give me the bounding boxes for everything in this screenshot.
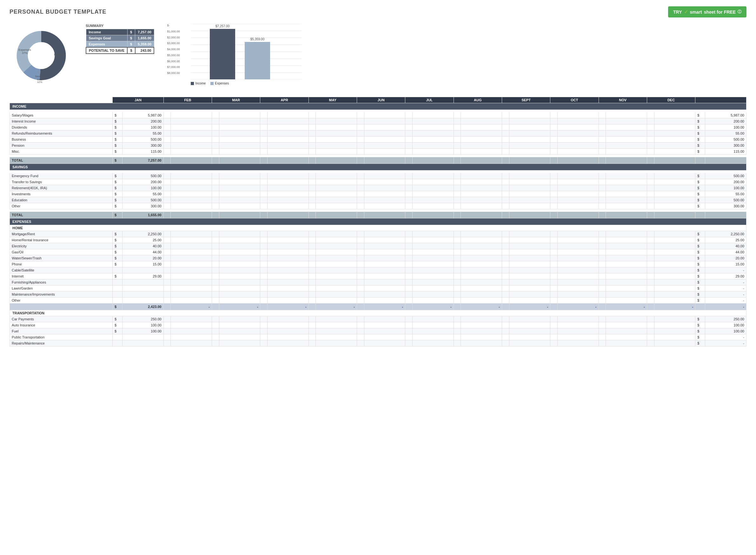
expenses-label: EXPENSES [10,218,747,225]
savings-investments-row: Investments $ 55.00 $ 55.00 [10,191,747,197]
income-refunds-row: Refunds/Reimbursements $ 55.00 $ 55.00 [10,130,747,136]
expense-water-row: Water/Sewer/Trash $ 20.00 $ 20.00 [10,255,747,261]
col-jun: JUN [357,97,405,103]
expense-maintenance-row: Maintenance/Improvements $ - [10,292,747,298]
savings-emergency-row: Emergency Fund $ 500.00 $ 500.00 [10,173,747,179]
svg-text:Expenses: Expenses [18,48,31,51]
car-payments-label: Car Payments [10,316,113,322]
income-pension-row: Pension $ 300.00 $ 300.00 [10,142,747,148]
expense-cable-row: Cable/Satellite $ - [10,267,747,273]
savings-total-row: TOTAL $ 1,655.00 [10,212,747,218]
col-sept: SEPT [502,97,550,103]
legend-expenses: Expenses [211,82,229,85]
income-total-row: TOTAL $ 7,257.00 [10,157,747,164]
internet-label: Internet [10,273,113,280]
svg-text:$5,359.00: $5,359.00 [251,38,265,41]
repairs-label: Repairs/Maintenance [10,340,113,346]
income-interest-row: Interest Income $ 200.00 $ 200.00 [10,119,747,124]
dividends-label: Dividends [10,124,113,130]
interest-income-label: Interest Income [10,119,113,124]
svg-rect-18 [245,42,270,79]
expense-furnishing-row: Furnishing/Appliances $ - [10,280,747,286]
cable-label: Cable/Satellite [10,267,113,273]
col-nov: NOV [598,97,647,103]
expense-gasoil-row: Gas/Oil $ 44.00 $ 44.00 [10,249,747,255]
summary-expenses-symbol: $ [127,41,135,48]
page-title: PERSONAL BUDGET TEMPLATE [9,9,106,15]
education-label: Education [10,197,113,203]
expense-publictransport-row: Public Transportation $ - [10,334,747,340]
summary-income-symbol: $ [127,29,135,35]
svg-text:Income: Income [54,53,63,56]
investments-label: Investments [10,191,113,197]
savings-section-header: SAVINGS [10,164,747,171]
transport-subsection-header: TRANSPORTATION [10,310,747,316]
bar-chart: $8,000.00 $7,000.00 $6,000.00 $5,000.00 … [167,24,747,79]
expense-lawn-row: Lawn/Garden $ - [10,286,747,292]
income-section-header: INCOME [10,103,747,110]
savings-label: SAVINGS [10,164,747,171]
expenses-section-header: EXPENSES [10,218,747,225]
savings-other-label: Other [10,203,113,209]
summary-expenses-label: Expenses [86,41,127,48]
electricity-label: Electricity [10,243,113,249]
income-salary-row: Salary/Wages $ 5,987.00 $ 5,987.00 [10,113,747,119]
col-may: MAY [309,97,357,103]
summary-table: SUMMARY Income $ 7,257.00 Savings Goal $… [86,24,154,54]
home-subtotal-row: $ 2,423.00 - - - - - - - - - [10,303,747,310]
summary-expenses-value: 5,359.00 [135,41,154,48]
pension-label: Pension [10,142,113,148]
income-pct: 51% [56,56,61,59]
savings-pct: 12% [37,81,42,84]
summary-potential-value: 243.00 [135,47,154,54]
business-label: Business [10,136,113,142]
col-apr: APR [260,97,309,103]
refunds-label: Refunds/Reimbursements [10,130,113,136]
y-axis: $8,000.00 $7,000.00 $6,000.00 $5,000.00 … [167,24,181,75]
savings-education-row: Education $ 500.00 $ 500.00 [10,197,747,203]
donut-chart: Expenses 37% Income 51% Savings Goal 12% [9,24,73,87]
expense-autoinsurance-row: Auto Insurance $ 100.00 $ 100.00 [10,322,747,328]
summary-area: Expenses 37% Income 51% Savings Goal 12%… [9,24,747,87]
col-dec: DEC [647,97,695,103]
income-label: INCOME [10,103,747,110]
transport-label: TRANSPORTATION [10,310,747,316]
expense-repairs-row: Repairs/Maintenance $ - [10,340,747,346]
auto-insurance-label: Auto Insurance [10,322,113,328]
expense-fuel-row: Fuel $ 100.00 $ 100.00 [10,328,747,334]
col-feb: FEB [164,97,212,103]
income-business-row: Business $ 500.00 $ 500.00 [10,136,747,142]
retirement-label: Retirement(401K, IRA) [10,185,113,191]
income-total-label: TOTAL [10,157,113,164]
legend-income: Income [191,82,206,85]
svg-rect-16 [210,29,235,79]
expense-homeinsurance-row: Home/Rental Insurance $ 25.00 $ 25.00 [10,237,747,243]
main-spreadsheet: JAN FEB MAR APR MAY JUN JUL AUG SEPT OCT… [9,97,747,346]
mortgage-label: Mortgage/Rent [10,231,113,237]
maintenance-label: Maintenance/Improvements [10,292,113,298]
summary-potential-symbol: $ [127,47,135,54]
home-other-label: Other [10,298,113,303]
expense-internet-row: Internet $ 29.00 $ 29.00 [10,273,747,280]
savings-other-row: Other $ 300.00 $ 300.00 [10,203,747,209]
col-jul: JUL [405,97,453,103]
summary-potential-label: POTENTIAL TO SAVE [86,47,127,54]
summary-income-value: 7,257.00 [135,29,154,35]
savings-transfer-row: Transfer to Savings $ 200.00 $ 200.00 [10,179,747,185]
expense-electricity-row: Electricity $ 40.00 $ 40.00 [10,243,747,249]
savings-total-label: TOTAL [10,212,113,218]
smartsheet-button[interactable]: TRY ✓ smartsheet for FREE ⓘ [668,6,747,17]
expense-home-other-row: Other $ - [10,298,747,303]
phone-label: Phone [10,261,113,267]
salary-label: Salary/Wages [10,113,113,119]
emergency-fund-label: Emergency Fund [10,173,113,179]
public-transport-label: Public Transportation [10,334,113,340]
expense-phone-row: Phone $ 15.00 $ 15.00 [10,261,747,267]
homeinsurance-label: Home/Rental Insurance [10,237,113,243]
income-misc-row: Misc. $ 115.00 $ 115.00 [10,148,747,155]
income-dividends-row: Dividends $ 100.00 $ 100.00 [10,124,747,130]
furnishing-label: Furnishing/Appliances [10,280,113,286]
col-annual [696,97,747,103]
fuel-label: Fuel [10,328,113,334]
svg-text:$7,257.00: $7,257.00 [216,25,230,28]
